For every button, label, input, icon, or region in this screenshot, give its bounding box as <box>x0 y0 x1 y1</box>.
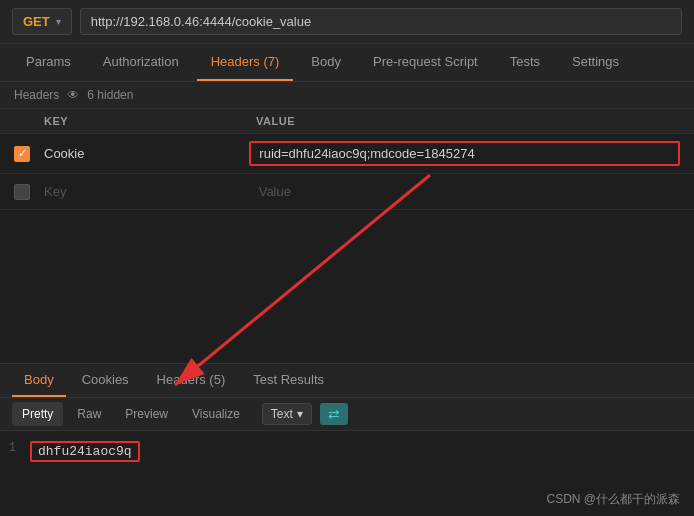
col-key-header: KEY <box>44 115 256 127</box>
toolbar-pretty[interactable]: Pretty <box>12 402 63 426</box>
tab-body[interactable]: Body <box>297 44 355 81</box>
eye-icon: 👁 <box>67 88 79 102</box>
tab-authorization[interactable]: Authorization <box>89 44 193 81</box>
request-tabs: Params Authorization Headers (7) Body Pr… <box>0 44 694 82</box>
format-select[interactable]: Text ▾ <box>262 403 312 425</box>
line-number: 1 <box>0 441 30 462</box>
key-placeholder[interactable]: Key <box>44 184 251 199</box>
key-cell[interactable]: Cookie <box>44 146 249 161</box>
resp-tab-body[interactable]: Body <box>12 364 66 397</box>
tab-tests[interactable]: Tests <box>496 44 554 81</box>
tab-pre-request[interactable]: Pre-request Script <box>359 44 492 81</box>
table-row: ✓ Cookie ruid=dhfu24iaoc9q;mdcode=184527… <box>0 134 694 174</box>
response-value[interactable]: dhfu24iaoc9q <box>30 441 140 462</box>
headers-table: ✓ Cookie ruid=dhfu24iaoc9q;mdcode=184527… <box>0 134 694 210</box>
response-tabs: Body Cookies Headers (5) Test Results <box>0 364 694 398</box>
headers-sub-header: Headers 👁 6 hidden <box>0 82 694 109</box>
value-cell-highlight[interactable]: ruid=dhfu24iaoc9q;mdcode=1845274 <box>249 141 680 166</box>
format-label: Text <box>271 407 293 421</box>
checkmark-icon: ✓ <box>18 147 27 160</box>
headers-label: Headers <box>14 88 59 102</box>
chevron-icon: ▾ <box>56 16 61 27</box>
tab-settings[interactable]: Settings <box>558 44 633 81</box>
row-checkbox-empty[interactable] <box>14 184 30 200</box>
table-header: KEY VALUE <box>0 109 694 134</box>
format-chevron: ▾ <box>297 407 303 421</box>
method-label: GET <box>23 14 50 29</box>
toolbar-raw[interactable]: Raw <box>67 402 111 426</box>
url-bar: GET ▾ <box>0 0 694 44</box>
tab-params[interactable]: Params <box>12 44 85 81</box>
resp-tab-test-results[interactable]: Test Results <box>241 364 336 397</box>
resp-tab-headers[interactable]: Headers (5) <box>145 364 238 397</box>
wrap-button[interactable]: ⇄ <box>320 403 348 425</box>
method-select[interactable]: GET ▾ <box>12 8 72 35</box>
row-checkbox[interactable]: ✓ <box>14 146 30 162</box>
spacer <box>0 210 694 363</box>
toolbar-preview[interactable]: Preview <box>115 402 178 426</box>
code-line: 1 dhfu24iaoc9q <box>0 439 694 464</box>
hidden-count: 6 hidden <box>87 88 133 102</box>
tab-headers[interactable]: Headers (7) <box>197 44 294 81</box>
resp-tab-cookies[interactable]: Cookies <box>70 364 141 397</box>
value-placeholder[interactable]: Value <box>251 181 680 202</box>
table-row-empty: Key Value <box>0 174 694 210</box>
url-input[interactable] <box>80 8 682 35</box>
response-toolbar: Pretty Raw Preview Visualize Text ▾ ⇄ <box>0 398 694 431</box>
watermark: CSDN @什么都干的派森 <box>546 491 680 508</box>
col-value-header: VALUE <box>256 115 680 127</box>
toolbar-visualize[interactable]: Visualize <box>182 402 250 426</box>
